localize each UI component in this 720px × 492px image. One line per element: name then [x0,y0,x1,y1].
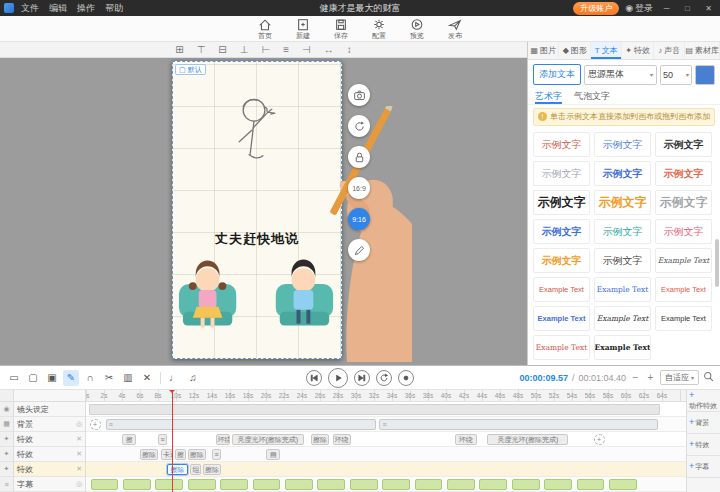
timeline-clip[interactable] [123,479,151,490]
timeline-clip[interactable]: + [594,434,605,445]
text-sample[interactable]: 示例文字 [533,161,590,186]
timeline-clip[interactable] [577,479,605,490]
add-action-effect-button[interactable]: +动作特效 [687,390,720,412]
text-sample[interactable]: 示例文字 [655,132,712,157]
text-sample[interactable]: 示例文字 [594,132,651,157]
timeline-clip[interactable] [350,479,378,490]
layers-tool[interactable]: ▣ [44,370,60,386]
track-row[interactable]: 擦≡环绕亮度光环(擦除完成)擦除环绕环绕亮度光环(擦除完成)+ [86,432,686,447]
time-ruler[interactable]: 0s2s4s6s8s10s12s14s16s18s20s22s24s26s28s… [86,390,686,402]
edit-canvas-button[interactable] [348,239,370,261]
text-sample[interactable]: 示例文字 [594,248,651,273]
publish-button[interactable]: 发布 [448,18,462,39]
text-sample[interactable]: 示例文字 [655,161,712,186]
timeline-clip[interactable] [415,479,443,490]
tab-shape[interactable]: ◆图形 [559,42,590,59]
timeline-clip[interactable] [220,479,248,490]
playhead[interactable] [172,390,173,492]
tab-image[interactable]: ▦图片 [528,42,559,59]
draw-tool[interactable]: ✎ [63,370,79,386]
timeline-clip[interactable] [512,479,540,490]
timeline-clip[interactable]: 擦除 [188,449,206,460]
lock-button[interactable] [348,146,370,168]
text-sample[interactable]: 示例文字 [655,190,712,215]
text-color-swatch[interactable] [695,65,715,85]
text-sample[interactable]: Example Text [655,277,712,302]
track-row[interactable] [86,477,686,492]
timeline-clip[interactable] [447,479,475,490]
font-size-select[interactable]: 50 ▾ [660,65,692,85]
add-effect-button[interactable]: +特效 [687,434,720,456]
pointer-tool[interactable]: ▭ [6,370,22,386]
text-sample[interactable]: Example Text [533,335,590,360]
loop-button[interactable] [376,370,392,386]
delete-track-icon[interactable]: ✕ [76,450,82,458]
workspace[interactable]: ▢ 默认 [0,58,527,365]
text-sample[interactable]: 示例文字 [533,190,590,215]
timeline-clip[interactable]: 擦 [122,434,136,445]
text-sample[interactable]: 示例文字 [594,161,651,186]
text-sample[interactable]: Example Text [533,306,590,331]
upgrade-account-button[interactable]: 升级账户 [573,2,619,15]
timeline-clip[interactable] [253,479,281,490]
timeline-clip[interactable] [609,479,637,490]
align-middle-icon[interactable]: ⊟ [218,45,226,55]
timeline-clip[interactable] [155,479,183,490]
zoom-in-button[interactable]: + [645,372,656,383]
timeline-clip[interactable] [285,479,313,490]
text-sample[interactable]: 示例文字 [594,190,651,215]
zoom-out-button[interactable]: − [630,372,641,383]
timeline-clip[interactable] [188,479,216,490]
distribute-h-icon[interactable]: ↔ [324,45,334,55]
save-button[interactable]: 保存 [334,18,348,39]
canvas-text-object[interactable]: 丈夫赶快地说 [173,230,341,248]
login-button[interactable]: ◉ 登录 [625,2,653,15]
timeline-clip[interactable]: 亮度光环(擦除完成) [232,434,304,445]
ratio-16-9-button[interactable]: 16:9 [348,177,370,199]
tab-library[interactable]: ▤素材库 [685,42,720,59]
prev-button[interactable] [306,370,322,386]
play-button[interactable] [328,368,348,388]
grid-icon[interactable]: ⊞ [175,45,183,55]
font-family-select[interactable]: 思源黑体 ▾ [584,65,657,85]
text-sample[interactable]: Example Text [533,277,590,302]
text-sample[interactable]: Example Text [655,248,712,273]
text-sample[interactable]: Example Text [594,277,651,302]
toggle-visibility-icon[interactable]: ◎ [76,420,82,428]
copy-tool[interactable]: ▥ [120,370,136,386]
subtab-1[interactable]: 气泡文字 [574,89,610,104]
delete-track-icon[interactable]: ✕ [76,435,82,443]
new-button[interactable]: 新建 [296,18,310,39]
timeline-clip[interactable]: ≡ [379,419,658,430]
timeline-clip[interactable]: 擦 [175,449,186,460]
text-sample[interactable]: 示例文字 [533,132,590,157]
text-sample[interactable]: 示例文字 [655,219,712,244]
text-sample[interactable]: Example Text [655,306,712,331]
timeline-clip[interactable]: 环绕 [216,434,230,445]
timeline-clip[interactable] [544,479,572,490]
record-button[interactable] [398,370,414,386]
text-sample[interactable]: Example Text [594,335,651,360]
timeline-clip[interactable]: 组 [190,464,201,475]
track-row[interactable]: 擦除组擦除 [86,462,686,477]
fit-zoom-button[interactable]: 自适应 ▾ [660,370,699,385]
timeline-clip[interactable] [382,479,410,490]
timeline-clip[interactable]: 擦除 [167,464,188,475]
menu-item-2[interactable]: 操作 [72,0,100,16]
track-row[interactable]: +≡≡ [86,417,686,432]
align-right-icon[interactable]: ⊣ [302,45,311,55]
home-button[interactable]: 首页 [258,18,272,39]
align-bottom-icon[interactable]: ⊥ [240,45,249,55]
toggle-visibility-icon[interactable]: ◎ [76,480,82,488]
canvas[interactable]: ▢ 默认 [172,61,342,359]
mic-tool[interactable]: ♩ [166,370,182,386]
menu-item-1[interactable]: 编辑 [44,0,72,16]
timeline-clip[interactable] [317,479,345,490]
timeline-clip[interactable] [479,479,507,490]
timeline-clip[interactable]: 环绕 [333,434,351,445]
audio-tool[interactable]: ♫ [185,370,201,386]
timeline-clip[interactable]: 擦除 [203,464,221,475]
rotate-button[interactable] [348,115,370,137]
timeline-clip[interactable]: 擦除 [311,434,329,445]
marquee-tool[interactable]: ▢ [25,370,41,386]
